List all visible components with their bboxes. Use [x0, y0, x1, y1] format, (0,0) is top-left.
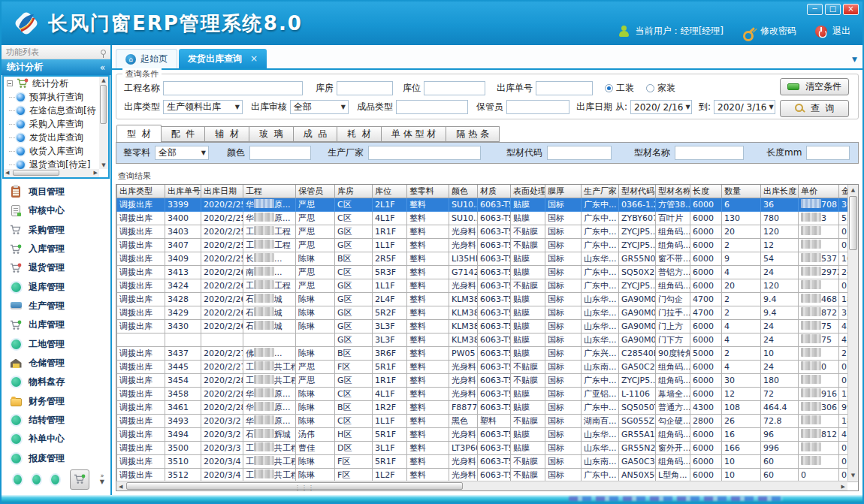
- change-password-link[interactable]: 修改密码: [760, 25, 796, 38]
- sidebar-item-结转管理[interactable]: 结转管理: [10, 411, 109, 430]
- table-row[interactable]: 调拨出库35102020/3/4工共工程陈琳F区5R1F整料光身料6063-T5…: [117, 454, 859, 468]
- material-tab[interactable]: 成 品: [294, 126, 338, 142]
- sidebar-item-仓储管理[interactable]: 仓储管理: [10, 354, 109, 373]
- table-row[interactable]: 调拨出库34132020/2/26南...严思C区5R3F整料G71422606…: [117, 265, 859, 279]
- tree-item[interactable]: 退货查询[待定]: [4, 158, 99, 169]
- tree-item[interactable]: 收货入库查询: [4, 144, 99, 158]
- column-header[interactable]: 材质: [478, 185, 511, 198]
- table-row[interactable]: 调拨出库34032020/2/25工工程严思G区1R1F整料光身料6063-T5…: [117, 225, 859, 238]
- search-button[interactable]: 查 询: [780, 100, 849, 117]
- material-tab[interactable]: 辅 材: [205, 126, 249, 142]
- scroll-thumb[interactable]: [13, 170, 59, 176]
- material-tab[interactable]: 单 体 型 材: [382, 126, 446, 142]
- cart-toolbar-button[interactable]: [70, 469, 89, 490]
- sidebar-item-项目管理[interactable]: 项目管理: [10, 183, 109, 201]
- project-name-input[interactable]: [163, 81, 303, 95]
- color-input[interactable]: [249, 146, 311, 160]
- material-tab[interactable]: 隔 热 条: [446, 126, 500, 142]
- table-row[interactable]: 调拨出库34002020/2/25华原...严思C区4L1F整料SU10...6…: [117, 211, 859, 225]
- audit-select[interactable]: 全部▼: [290, 100, 349, 114]
- column-header[interactable]: 库房: [335, 185, 373, 198]
- table-row[interactable]: 调拨出库34282020/2/26石城陈琳G区2L4F整料KLM38176063…: [117, 292, 859, 306]
- column-header[interactable]: 整零料: [407, 185, 449, 198]
- column-header[interactable]: 单价: [799, 185, 839, 198]
- location-input[interactable]: [424, 81, 485, 95]
- table-row[interactable]: 调拨出库34542020/2/28工共工程严思G区1R1F整料光身料6063-T…: [117, 373, 859, 387]
- sidebar-section-title[interactable]: 统计分析 «: [2, 59, 110, 75]
- table-row[interactable]: 调拨出库34242020/2/26工工程严思G区1L1F整料光身料6063-T5…: [117, 279, 859, 292]
- scroll-right-icon[interactable]: ▶: [94, 170, 98, 176]
- table-row[interactable]: 调拨出库34292020/2/26石城陈琳G区5R2F整料KLM38176063…: [117, 306, 859, 319]
- green-dot-icon[interactable]: [32, 475, 41, 484]
- column-header[interactable]: 长度: [690, 185, 722, 198]
- pin-icon[interactable]: [101, 50, 106, 55]
- material-tab[interactable]: 玻 璃: [249, 126, 294, 142]
- scroll-down-icon[interactable]: ▼: [99, 162, 108, 168]
- table-row[interactable]: 调拨出库34302020/2/26石城陈琳G区3L3F整料KLM38176063…: [117, 319, 859, 333]
- sidebar-item-采购管理[interactable]: 采购管理: [10, 221, 109, 240]
- logout-link[interactable]: 退出: [832, 25, 850, 38]
- date-to-picker[interactable]: 2020/ 3/16▼: [714, 100, 775, 114]
- tree-vertical-scrollbar[interactable]: ▲ ▼: [99, 77, 108, 169]
- sidebar-item-退库管理[interactable]: 退库管理: [10, 278, 109, 297]
- table-vertical-scrollbar[interactable]: ▲ ▼: [847, 185, 858, 481]
- column-header[interactable]: 出库日期: [201, 185, 243, 198]
- tab-shipping-outbound-query[interactable]: 发货出库查询 ×: [179, 49, 267, 68]
- table-row[interactable]: 调拨出库34092020/2/25长...陈琳B区2R5F整料LI35HD606…: [117, 252, 859, 265]
- column-header[interactable]: 膜厚: [545, 185, 582, 198]
- material-tab[interactable]: 型 材: [116, 125, 162, 143]
- date-from-picker[interactable]: 2020/ 2/16▼: [630, 100, 692, 114]
- table-horizontal-scrollbar[interactable]: ◀ ⋮⋮⋮ ▶: [116, 481, 847, 490]
- whole-part-select[interactable]: 全部▼: [155, 146, 209, 160]
- column-header[interactable]: 生产厂家: [582, 185, 619, 198]
- scroll-left-icon[interactable]: ◀: [5, 170, 9, 176]
- table-row[interactable]: 调拨出库34582020/2/28华原...陈琳C区4L1F整料光身料6063-…: [117, 387, 859, 400]
- tab-list-dropdown-icon[interactable]: ▼: [852, 56, 857, 63]
- maximize-button[interactable]: □: [825, 4, 841, 15]
- material-tab[interactable]: 配 件: [162, 126, 206, 142]
- out-type-select[interactable]: 生产领料出库▼: [163, 100, 243, 114]
- sidebar-item-生产管理[interactable]: 生产管理: [10, 297, 109, 315]
- column-header[interactable]: 型材代码: [619, 185, 656, 198]
- profile-name-input[interactable]: [675, 146, 744, 160]
- sidebar-item-补单中心[interactable]: 补单中心: [10, 430, 109, 448]
- scroll-up-icon[interactable]: ▲: [848, 187, 858, 193]
- table-row[interactable]: 调拨出库33992020/2/25华原...严思C区2L1F整料SU10...6…: [117, 198, 859, 211]
- radio-gongzhuang[interactable]: 工装: [605, 82, 634, 95]
- table-row[interactable]: 调拨出库34932020/3/2华原...陈琳C区1L1F整料黑色塑料不贴膜国标…: [117, 414, 859, 427]
- length-input[interactable]: [806, 146, 850, 160]
- tree-item[interactable]: 发货出库查询: [4, 131, 99, 144]
- order-no-input[interactable]: [536, 81, 593, 95]
- profile-code-input[interactable]: [547, 146, 612, 160]
- tab-home[interactable]: ⌂ 起始页: [116, 49, 177, 68]
- tree-root-statistics[interactable]: 统计分析: [4, 77, 99, 90]
- sidebar-item-财务管理[interactable]: 财务管理: [10, 392, 109, 411]
- green-dot-icon[interactable]: [14, 475, 22, 484]
- collapse-icon[interactable]: «: [100, 62, 105, 73]
- table-row[interactable]: 调拨出库34072020/2/25工工程严思G区1L1F整料光身料6063-T5…: [117, 238, 859, 252]
- manufacturer-input[interactable]: [368, 146, 481, 160]
- sidebar-item-退货管理[interactable]: 退货管理: [10, 258, 109, 277]
- sidebar-item-工地管理[interactable]: 工地管理: [10, 335, 109, 354]
- material-tab[interactable]: 耗 材: [337, 126, 382, 142]
- clear-conditions-button[interactable]: 清空条件: [780, 78, 849, 95]
- sidebar-item-入库管理[interactable]: 入库管理: [10, 240, 109, 258]
- close-button[interactable]: ×: [843, 4, 859, 15]
- warehouse-input[interactable]: [337, 81, 393, 95]
- table-row[interactable]: 调拨出库35002020/3/3工共工程曹佳D区3L1F整料LT3P606063…: [117, 441, 859, 454]
- column-header[interactable]: 出库单号: [165, 185, 201, 198]
- column-header[interactable]: 颜色: [449, 185, 478, 198]
- scroll-thumb[interactable]: [100, 85, 107, 124]
- scroll-left-icon[interactable]: ◀: [119, 484, 122, 490]
- tree-collapse-icon[interactable]: [7, 80, 13, 86]
- tree-item[interactable]: 预算执行查询: [4, 90, 99, 104]
- table-row[interactable]: 调拨出库34612020/2/28华原...陈琳B区1R2F整料F8877FT6…: [117, 400, 859, 414]
- table-row[interactable]: 调拨出库34452020/2/27工共工程严思F区5R1F整料光身料6063-T…: [117, 360, 859, 373]
- sidebar-item-物料盘存[interactable]: 物料盘存: [10, 373, 109, 391]
- sidebar-item-报废管理[interactable]: 报废管理: [10, 449, 109, 468]
- close-tab-icon[interactable]: ×: [250, 53, 258, 64]
- scroll-up-icon[interactable]: ▲: [99, 77, 108, 83]
- tree-item[interactable]: 采购入库查询: [4, 117, 99, 131]
- table-row[interactable]: G区3L3F整料KLM38176063-T5贴膜国标山东华...GA90M09.…: [117, 333, 859, 346]
- column-header[interactable]: 表面处理: [511, 185, 545, 198]
